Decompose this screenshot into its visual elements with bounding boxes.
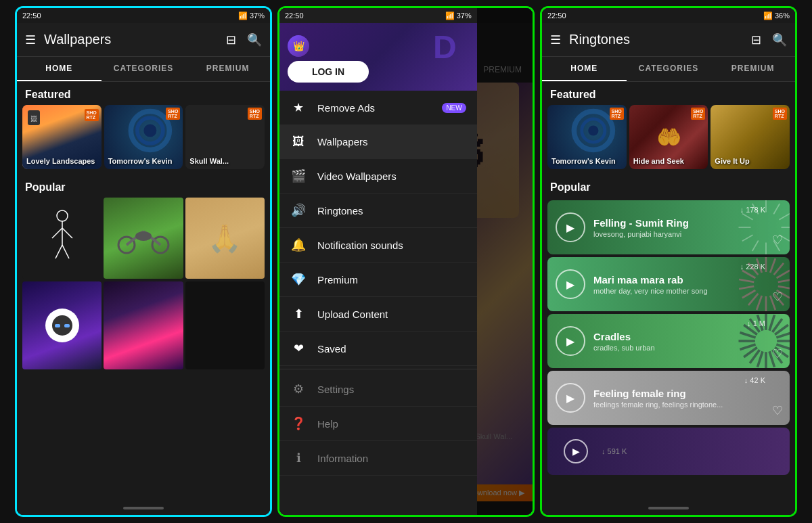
featured-row-left: SHORTZ 🖼 Lovely Landscapes: [17, 105, 270, 175]
tab-categories-left[interactable]: CATEGORIES: [102, 57, 186, 81]
featured-title-left: Featured: [17, 82, 270, 105]
drawer-item-settings[interactable]: ⚙ Settings: [279, 372, 477, 407]
drawer-item-premium[interactable]: 💎 Premium: [279, 263, 477, 297]
phone-left: 22:50 📶 37% ☰ Wallpapers ⊟ 🔍 HOME CATEGO…: [15, 6, 272, 517]
tab-home-right[interactable]: HOME: [542, 57, 627, 81]
ringtone-card-1[interactable]: ▶ Felling - Sumit Ring lovesong, punjabi…: [547, 200, 790, 254]
tabs-left: HOME CATEGORIES PREMIUM: [17, 57, 270, 82]
app-title-right: Ringtones: [569, 32, 751, 47]
svg-line-32: [774, 263, 784, 275]
play-btn-4[interactable]: ▶: [556, 383, 585, 413]
drawer-item-video-wallpapers[interactable]: 🎬 Video Wallpapers: [279, 159, 477, 194]
ringtone-card-2[interactable]: ▶ Mari maa mara rab mother day, very nic…: [547, 257, 790, 311]
svg-point-2: [143, 124, 156, 137]
status-icons-right: 📶 36%: [763, 12, 790, 20]
ringtone-card-4[interactable]: ▶ Feeling female ring feelings female ri…: [547, 371, 790, 425]
deity-icon: 🙏: [208, 223, 242, 254]
partial-count: ↓ 591 K: [602, 447, 627, 455]
grid-item-4[interactable]: [22, 281, 102, 369]
rt-featured-card-3[interactable]: SHORTZ Give It Up: [710, 105, 790, 169]
diamond-icon: 💎: [290, 272, 307, 287]
login-button[interactable]: LOG IN: [288, 61, 369, 83]
rt-featured-card-2[interactable]: 🤲 SHORTZ Hide and Seek: [629, 105, 708, 169]
video-wallpapers-label: Video Wallpapers: [317, 170, 397, 182]
svg-line-33: [777, 271, 790, 278]
time-middle: 22:50: [285, 12, 304, 20]
remove-ads-label: Remove Ads: [317, 102, 375, 114]
settings-icon: ⚙: [290, 382, 307, 396]
grid-item-5[interactable]: [104, 281, 183, 369]
svg-line-64: [740, 332, 755, 338]
popular-title-left: Popular: [17, 175, 270, 198]
rt-heart-4[interactable]: ♡: [772, 403, 783, 418]
drawer-item-remove-ads[interactable]: ★ Remove Ads NEW: [279, 91, 477, 125]
rt-featured-card-1[interactable]: SHORTZ Tomorrow's Kevin: [547, 105, 627, 169]
shortz-badge-1: SHORTZ: [85, 109, 99, 121]
featured-card-1[interactable]: SHORTZ 🖼 Lovely Landscapes: [22, 105, 102, 169]
play-btn-5[interactable]: ▶: [564, 439, 588, 463]
play-btn-1[interactable]: ▶: [556, 212, 585, 242]
shortz-badge-3: SHORTZ: [248, 108, 262, 120]
drawer-item-info[interactable]: ℹ Information: [279, 441, 477, 476]
tab-premium-right[interactable]: PREMIUM: [710, 57, 795, 81]
search-button-left[interactable]: 🔍: [247, 32, 262, 47]
featured-title-right: Featured: [542, 82, 795, 105]
filter-button-left[interactable]: ⊟: [226, 32, 236, 47]
tab-premium-left[interactable]: PREMIUM: [185, 57, 270, 81]
menu-button-left[interactable]: ☰: [25, 32, 36, 47]
video-icon: 🎬: [290, 168, 307, 183]
moto-figure: [104, 198, 183, 279]
drawer-item-help[interactable]: ❓ Help: [279, 407, 477, 441]
grid-item-1[interactable]: [22, 198, 102, 279]
grid-item-3[interactable]: 🙏: [185, 198, 265, 279]
status-icons-middle: 📶 37%: [445, 12, 472, 20]
rt-heart-2[interactable]: ♡: [772, 290, 783, 304]
time-left: 22:50: [22, 12, 41, 20]
play-btn-2[interactable]: ▶: [556, 269, 585, 299]
phones-container: 22:50 📶 37% ☰ Wallpapers ⊟ 🔍 HOME CATEGO…: [0, 0, 812, 523]
battery-left: 37%: [250, 12, 265, 20]
search-button-right[interactable]: 🔍: [772, 32, 787, 47]
wifi-icon: 📶: [238, 12, 248, 20]
saved-label: Saved: [317, 343, 346, 355]
rt-count-4: ↓ 42 K: [744, 376, 765, 384]
menu-button-right[interactable]: ☰: [550, 32, 561, 47]
svg-line-40: [757, 296, 762, 310]
grid-item-6[interactable]: [185, 281, 265, 369]
info-icon: ℹ: [290, 451, 307, 465]
card-3-label: Skull Wal...: [189, 157, 229, 165]
drawer-item-notifications[interactable]: 🔔 Notification sounds: [279, 228, 477, 263]
svg-line-35: [778, 286, 790, 289]
content-right: Featured SHORTZ Tomorrow's Kevin: [542, 82, 795, 501]
screen-middle: PREMIUM 🕉 Skull Wal... Kevin 22:50: [279, 8, 533, 515]
rt-card-3-label: Give It Up: [715, 157, 749, 165]
ringtone-card-5-partial[interactable]: ▶ ↓ 591 K: [547, 428, 790, 475]
featured-card-3[interactable]: SHORTZ Skull Wal...: [185, 105, 265, 169]
tab-home-left[interactable]: HOME: [17, 57, 102, 81]
figure-1: [22, 198, 102, 279]
drawer-item-ringtones[interactable]: 🔊 Ringtones: [279, 194, 477, 228]
ringtone-card-3[interactable]: ▶ Cradles cradles, sub urban ↓ 1 M ♡: [547, 314, 790, 368]
rt-heart-1[interactable]: ♡: [772, 233, 783, 248]
svg-line-45: [742, 271, 755, 278]
grid-item-2[interactable]: [104, 198, 183, 279]
featured-card-2[interactable]: SHORTZ Tomorrow's Kevin: [104, 105, 183, 169]
speaker-icon: 🔊: [290, 203, 307, 218]
upload-icon: ⬆: [290, 306, 307, 321]
filter-button-right[interactable]: ⊟: [751, 32, 761, 47]
drawer-item-upload[interactable]: ⬆ Upload Content: [279, 297, 477, 332]
status-icons-left: 📶 37%: [238, 12, 265, 20]
tab-categories-right[interactable]: CATEGORIES: [627, 57, 711, 81]
svg-line-26: [742, 235, 753, 241]
rt-title-4: Feeling female ring: [593, 388, 790, 399]
drawer-item-wallpapers[interactable]: 🖼 Wallpapers: [279, 125, 477, 159]
hands-emoji: 🤲: [656, 125, 681, 149]
rt-heart-3[interactable]: ♡: [772, 346, 783, 361]
play-btn-3[interactable]: ▶: [556, 326, 585, 356]
svg-line-34: [778, 279, 790, 282]
popular-grid-left: 🙏: [17, 198, 270, 279]
deity-figure: 🙏: [185, 198, 265, 279]
svg-line-59: [757, 351, 763, 367]
new-badge: NEW: [442, 103, 466, 113]
drawer-item-saved[interactable]: ❤ Saved: [279, 332, 477, 366]
